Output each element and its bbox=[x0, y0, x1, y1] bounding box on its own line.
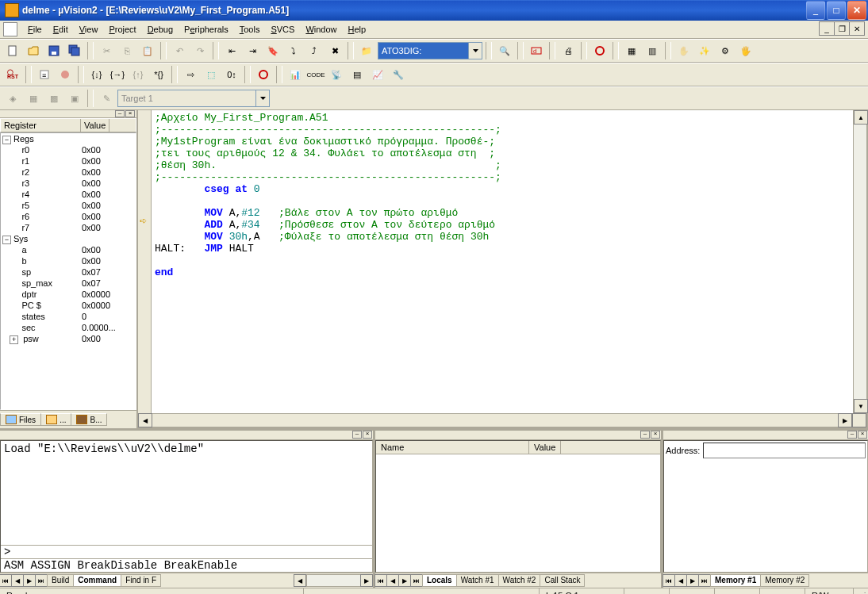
tab-next-icon[interactable]: ▶ bbox=[398, 574, 411, 587]
performance-icon[interactable]: 📈 bbox=[368, 65, 387, 84]
menu-edit[interactable]: Edit bbox=[48, 23, 74, 36]
menu-file[interactable]: File bbox=[22, 23, 48, 36]
close-button[interactable]: ✕ bbox=[847, 1, 866, 20]
tab-next-icon[interactable]: ▶ bbox=[686, 574, 699, 587]
pane-close-icon[interactable]: × bbox=[363, 431, 372, 439]
pane-close-icon[interactable]: × bbox=[858, 431, 867, 439]
memory-window-icon[interactable]: ▤ bbox=[348, 65, 367, 84]
mdi-restore[interactable]: ❐ bbox=[834, 21, 850, 36]
pane-dock-icon[interactable]: – bbox=[640, 431, 650, 439]
copy-icon[interactable]: ⎘ bbox=[117, 41, 136, 60]
code-area[interactable]: ;Αρχείο My_First_Program.A51 ;----------… bbox=[152, 110, 853, 413]
batch-build-icon[interactable]: ▣ bbox=[65, 89, 84, 108]
scroll-right-icon[interactable]: ▶ bbox=[838, 413, 852, 427]
magic-icon[interactable]: ✨ bbox=[695, 41, 714, 60]
search-combo[interactable]: ATO3DIG: bbox=[378, 42, 482, 59]
reg-group-sys[interactable]: −Sys bbox=[1, 233, 136, 244]
tab-callstack[interactable]: Call Stack bbox=[540, 574, 585, 587]
stop-icon[interactable] bbox=[56, 65, 75, 84]
target-options-icon[interactable]: ✎ bbox=[97, 89, 116, 108]
command-input[interactable]: > bbox=[1, 545, 372, 558]
find-icon[interactable]: 🔍 bbox=[495, 41, 514, 60]
tab-first-icon[interactable]: ⏮ bbox=[374, 574, 387, 587]
scroll-right-icon[interactable]: ▶ bbox=[360, 574, 373, 587]
window-tile-v-icon[interactable]: ▥ bbox=[643, 41, 662, 60]
pane-close-icon[interactable]: × bbox=[125, 110, 135, 117]
tab-books[interactable]: B... bbox=[71, 413, 107, 426]
reg-hdr-register[interactable]: Register bbox=[1, 119, 81, 132]
scroll-down-icon[interactable]: ▼ bbox=[854, 399, 868, 413]
editor-hscroll[interactable]: ◀ ▶ bbox=[138, 413, 866, 427]
window-tile-h-icon[interactable]: ▦ bbox=[622, 41, 641, 60]
undo-icon[interactable]: ↶ bbox=[170, 41, 189, 60]
menu-project[interactable]: Project bbox=[103, 23, 141, 36]
reg-group-regs[interactable]: −Regs bbox=[1, 133, 136, 144]
rebuild-icon[interactable]: ▩ bbox=[44, 89, 63, 108]
step-into-icon[interactable]: {↓} bbox=[87, 65, 106, 84]
maximize-button[interactable]: □ bbox=[827, 1, 846, 20]
run-icon[interactable]: ≡ bbox=[35, 65, 54, 84]
step-out-icon[interactable]: {↑} bbox=[129, 65, 148, 84]
open-file-icon[interactable] bbox=[24, 41, 43, 60]
serial-icon[interactable]: 📡 bbox=[327, 65, 346, 84]
tab-command[interactable]: Command bbox=[73, 574, 121, 587]
menu-peripherals[interactable]: Peripherals bbox=[179, 23, 234, 36]
menu-svcs[interactable]: SVCS bbox=[265, 23, 300, 36]
find-in-files-icon[interactable]: 📁 bbox=[357, 41, 376, 60]
hand-icon[interactable]: ✋ bbox=[674, 41, 693, 60]
tab-last-icon[interactable]: ⏭ bbox=[35, 574, 48, 587]
resize-grip-icon[interactable]: ⋰ bbox=[854, 591, 868, 595]
new-file-icon[interactable] bbox=[3, 41, 22, 60]
mdi-close[interactable]: ✕ bbox=[849, 21, 865, 36]
code-window-icon[interactable]: CODE bbox=[306, 65, 325, 84]
tab-last-icon[interactable]: ⏭ bbox=[698, 574, 711, 587]
menu-view[interactable]: View bbox=[74, 23, 104, 36]
toolbox-icon[interactable]: 🔧 bbox=[389, 65, 408, 84]
disasm-icon[interactable] bbox=[254, 65, 273, 84]
scroll-left-icon[interactable]: ◀ bbox=[138, 413, 152, 427]
options-icon[interactable] bbox=[590, 41, 609, 60]
tab-watch1[interactable]: Watch #1 bbox=[456, 574, 499, 587]
tab-build[interactable]: Build bbox=[47, 574, 74, 587]
translate-icon[interactable]: ◈ bbox=[3, 89, 22, 108]
tab-locals[interactable]: Locals bbox=[422, 574, 457, 587]
register-list[interactable]: −Regs r00x00 r10x00 r20x00 r30x00 r40x00… bbox=[0, 132, 136, 410]
bookmark-next-icon[interactable]: ⤵ bbox=[284, 41, 303, 60]
tab-memory2[interactable]: Memory #2 bbox=[760, 574, 809, 587]
menu-debug[interactable]: Debug bbox=[142, 23, 179, 36]
tab-next-icon[interactable]: ▶ bbox=[23, 574, 36, 587]
target-dropdown-arrow[interactable] bbox=[255, 90, 269, 106]
cut-icon[interactable]: ✂ bbox=[97, 41, 116, 60]
menu-tools[interactable]: Tools bbox=[234, 23, 266, 36]
tab-memory1[interactable]: Memory #1 bbox=[710, 574, 761, 587]
memory-address-input[interactable] bbox=[703, 443, 866, 458]
bookmark-toggle-icon[interactable]: 🔖 bbox=[263, 41, 282, 60]
build-icon[interactable]: ▦ bbox=[24, 89, 43, 108]
redo-icon[interactable]: ↷ bbox=[190, 41, 209, 60]
watch-window-icon[interactable]: 📊 bbox=[286, 65, 305, 84]
trace-icon[interactable]: ⬚ bbox=[202, 65, 221, 84]
tab-prev-icon[interactable]: ◀ bbox=[11, 574, 24, 587]
search-dropdown-arrow[interactable] bbox=[468, 43, 482, 59]
minimize-button[interactable]: _ bbox=[806, 1, 825, 20]
target-combo[interactable]: Target 1 bbox=[117, 90, 270, 107]
mdi-minimize[interactable]: _ bbox=[819, 21, 835, 36]
bookmark-prev-icon[interactable]: ⤴ bbox=[305, 41, 324, 60]
output-text[interactable]: Load "E:\\Reviews\\uV2\\delme" bbox=[1, 441, 372, 545]
indent-left-icon[interactable]: ⇤ bbox=[222, 41, 241, 60]
bookmark-clear-icon[interactable]: ✖ bbox=[325, 41, 344, 60]
tab-find-in-files[interactable]: Find in F bbox=[121, 574, 161, 587]
pane-dock-icon[interactable]: – bbox=[115, 110, 125, 117]
tab-first-icon[interactable]: ⏮ bbox=[663, 574, 675, 587]
run-to-cursor-icon[interactable]: *{} bbox=[149, 65, 168, 84]
tab-watch2[interactable]: Watch #2 bbox=[498, 574, 541, 587]
menu-help[interactable]: Help bbox=[343, 23, 372, 36]
paste-icon[interactable]: 📋 bbox=[138, 41, 157, 60]
watch-col-value[interactable]: Value bbox=[529, 441, 561, 454]
tab-files[interactable]: Files bbox=[0, 413, 41, 426]
scroll-left-icon[interactable]: ◀ bbox=[294, 574, 306, 587]
save-icon[interactable] bbox=[44, 41, 63, 60]
pane-dock-icon[interactable]: – bbox=[847, 431, 857, 439]
tab-prev-icon[interactable]: ◀ bbox=[386, 574, 399, 587]
pane-dock-icon[interactable]: – bbox=[352, 431, 362, 439]
